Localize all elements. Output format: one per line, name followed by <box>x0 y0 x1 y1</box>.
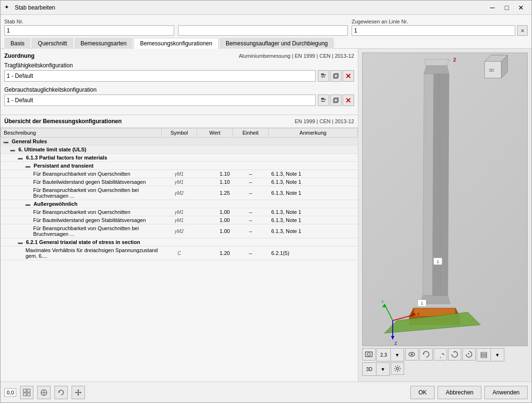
bottom-tool1[interactable] <box>20 386 33 399</box>
expand-icon[interactable]: ▬ <box>10 147 15 152</box>
row-symbol: γM1 <box>161 178 197 186</box>
table-row: ▬ General Rules <box>1 138 358 146</box>
svg-point-54 <box>396 368 399 370</box>
col-header-wert: Wert <box>197 128 233 138</box>
tab-bemessungskonfigurationen[interactable]: Bemessungskonfigurationen <box>134 38 218 49</box>
row-anmerkung <box>268 200 357 208</box>
view-3d-btn[interactable]: 3D <box>363 363 376 375</box>
close-button[interactable]: ✕ <box>514 2 528 13</box>
view-num-btn[interactable]: 2.3 <box>377 349 390 361</box>
right-panel: 3D 2 <box>358 49 532 382</box>
row-desc: Für Beanspruchbarkeit von Querschnitten … <box>1 224 162 238</box>
row-anmerkung <box>268 154 357 162</box>
maximize-button[interactable]: □ <box>500 2 513 13</box>
view-flip-btn[interactable] <box>462 348 476 361</box>
minimize-button[interactable]: ─ <box>486 2 499 13</box>
edit-icon <box>320 73 327 79</box>
expand-icon[interactable]: ▬ <box>26 202 31 207</box>
main-content: Zuordnung Aluminiumbemessung | EN 1999 |… <box>0 49 532 382</box>
svg-rect-9 <box>321 98 324 99</box>
row-desc: Für Bauteilwiderstand gegen Stabilitätsv… <box>1 216 162 224</box>
row-anmerkung: 6.1.3, Note 1 <box>268 216 357 224</box>
settings-icon <box>394 365 401 372</box>
view-rotate3-btn[interactable] <box>448 348 461 361</box>
zuordnung-badge: Aluminiumbemessung | EN 1999 | CEN | 201… <box>239 53 354 59</box>
gebrauch-select[interactable]: 1 - Default <box>4 95 316 106</box>
bottom-tool2[interactable] <box>37 386 51 399</box>
uebersicht-title: Übersicht der Bemessungskonfigurationen <box>4 118 122 125</box>
row-wert: 1.25 <box>197 186 233 200</box>
gebrauch-delete-btn[interactable] <box>343 95 354 106</box>
tab-querschnitt[interactable]: Querschnitt <box>31 38 73 49</box>
top-inputs: Stab Nr. Zugewiesen an Linie Nr. ✕ <box>0 15 532 38</box>
view-rotate2-btn[interactable] <box>434 348 447 361</box>
expand-icon[interactable]: ▬ <box>26 163 31 169</box>
row-einheit: -- <box>233 178 269 186</box>
zuordnung-header: Zuordnung Aluminiumbemessung | EN 1999 |… <box>4 53 354 59</box>
row-desc: ▬ Außergewöhnlich <box>1 200 162 208</box>
3d-view: 3D 2 <box>362 53 528 346</box>
stab-nr-input[interactable] <box>4 25 174 36</box>
row-wert: 1.10 <box>197 178 233 186</box>
svg-text:Y: Y <box>381 299 385 304</box>
row-anmerkung <box>268 238 357 246</box>
view-rotate1-btn[interactable] <box>419 348 433 361</box>
delete-icon2 <box>345 97 352 104</box>
row-symbol: γM1 <box>161 170 197 178</box>
grid-icon <box>23 389 31 396</box>
middle-input[interactable] <box>178 25 348 36</box>
gebrauch-edit-btn[interactable] <box>318 95 329 106</box>
svg-marker-21 <box>423 74 434 296</box>
tragfaehigkeit-delete-btn[interactable] <box>343 70 354 82</box>
tab-bemessungsarten[interactable]: Bemessungsarten <box>74 38 133 49</box>
row-anmerkung: 6.1.3, Note 1 <box>268 224 357 238</box>
gebrauch-btns <box>318 95 354 106</box>
zugewiesen-clear-button[interactable]: ✕ <box>517 25 528 36</box>
tabs-bar: Basis Querschnitt Bemessungsarten Bemess… <box>0 38 532 49</box>
view-screenshot-btn[interactable] <box>362 348 376 361</box>
copy-icon2 <box>333 97 339 104</box>
zugewiesen-input[interactable] <box>352 25 515 36</box>
tab-basis[interactable]: Basis <box>4 38 31 49</box>
tragfaehigkeit-edit-btn[interactable] <box>318 70 329 82</box>
expand-icon[interactable]: ▬ <box>18 155 23 160</box>
gebrauch-controls: 1 - Default <box>4 95 354 106</box>
middle-label <box>178 19 350 24</box>
expand-icon[interactable]: ▬ <box>18 240 23 245</box>
flip-icon <box>465 350 473 358</box>
table-row: Maximales Verhältnis für dreiachsigen Sp… <box>1 246 358 260</box>
tragfaehigkeit-copy-btn[interactable] <box>330 70 342 82</box>
layers-icon <box>480 351 488 359</box>
svg-rect-52 <box>481 354 487 356</box>
anwenden-button[interactable]: Anwenden <box>484 386 528 399</box>
uebersicht-header: Übersicht der Bemessungskonfigurationen … <box>0 115 358 128</box>
svg-text:1: 1 <box>437 259 439 264</box>
svg-text:1: 1 <box>421 301 423 306</box>
svg-marker-35 <box>382 304 386 307</box>
table-row: ▬ 6.2.1 General triaxial state of stress… <box>1 238 358 246</box>
svg-marker-47 <box>423 353 425 355</box>
table-row: Für Beanspruchbarkeit von Querschnitten … <box>1 170 358 178</box>
bottom-right-actions: OK Abbrechen Anwenden <box>410 386 528 399</box>
row-einheit: -- <box>233 208 269 216</box>
bottom-tool3[interactable] <box>54 386 68 399</box>
table-container[interactable]: Beschreibung Symbol Wert Einheit Anmerku… <box>0 128 358 382</box>
row-anmerkung: 6.1.3, Note 1 <box>268 178 357 186</box>
ok-button[interactable]: OK <box>410 386 435 399</box>
view-3d-dropdown[interactable]: ▼ <box>376 363 389 375</box>
tragfaehigkeit-select[interactable]: 1 - Default <box>4 70 316 82</box>
view-layers-dropdown[interactable]: ▼ <box>490 349 504 361</box>
view-layers-btn[interactable] <box>477 349 490 361</box>
svg-text:3D: 3D <box>489 68 494 73</box>
row-einheit <box>233 154 269 162</box>
view-settings-btn[interactable] <box>391 362 404 375</box>
rotate2-icon <box>437 350 444 358</box>
abbrechen-button[interactable]: Abbrechen <box>438 386 481 399</box>
row-einheit: -- <box>233 170 269 178</box>
view-eye-btn[interactable] <box>405 348 418 361</box>
gebrauch-copy-btn[interactable] <box>330 95 342 106</box>
bottom-tool4[interactable] <box>72 386 85 399</box>
view-num-dropdown[interactable]: ▼ <box>390 349 404 361</box>
expand-icon[interactable]: ▬ <box>4 139 9 144</box>
tab-bemessungsauflager[interactable]: Bemessungsauflager und Durchbiegung <box>219 38 334 49</box>
